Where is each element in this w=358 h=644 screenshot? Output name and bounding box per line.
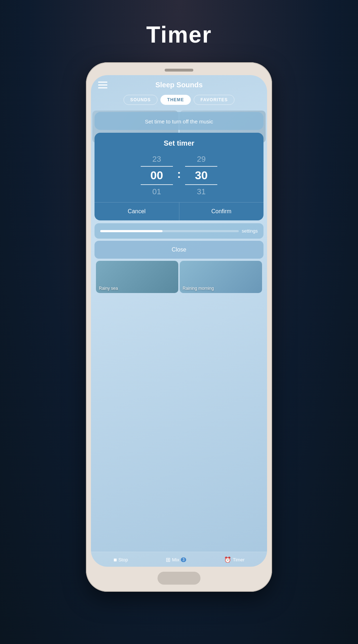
cancel-button[interactable]: Cancel — [95, 203, 179, 220]
nav-item-mix[interactable]: ⊞ Mix 3 — [166, 556, 186, 563]
progress-label: settings — [242, 228, 258, 234]
dialog-buttons: Cancel Confirm — [95, 202, 263, 220]
timer-prompt-text: Set time to turn off the music — [145, 118, 213, 125]
tab-sounds[interactable]: SOUNDS — [124, 95, 158, 105]
timer-icon: ⏰ — [224, 556, 231, 563]
nav-mix-label: Mix — [172, 557, 179, 562]
hours-below: 01 — [152, 187, 161, 196]
app-header-title: Sleep Sounds — [155, 81, 203, 89]
hamburger-menu-icon[interactable] — [98, 82, 107, 88]
stop-icon: ■ — [113, 557, 117, 563]
hours-above: 23 — [152, 155, 161, 164]
phone-home-button[interactable] — [158, 572, 200, 585]
tile-raining-morning[interactable]: Raining morning — [180, 261, 262, 293]
mix-badge: 3 — [181, 557, 187, 562]
minutes-column: 29 30 31 — [185, 155, 217, 196]
tab-theme[interactable]: THEME — [160, 95, 191, 105]
timer-dialog-title: Set timer — [95, 133, 263, 152]
close-button[interactable]: Close — [95, 241, 263, 259]
hours-current[interactable]: 00 — [141, 166, 173, 185]
bottom-tiles: Rainy sea Raining morning — [95, 259, 263, 294]
tile-rainy-sea[interactable]: Rainy sea — [96, 261, 178, 293]
minutes-above: 29 — [197, 155, 205, 164]
minutes-current[interactable]: 30 — [185, 166, 217, 185]
minutes-below: 31 — [197, 187, 205, 196]
hours-column: 23 00 01 — [141, 155, 173, 196]
main-content: Set time to turn off the music Set timer… — [91, 109, 267, 552]
phone-speaker — [165, 69, 193, 72]
nav-item-stop[interactable]: ■ Stop — [113, 557, 128, 563]
page-title: Timer — [146, 21, 212, 48]
tab-bar: SOUNDS THEME FAVORITES — [91, 95, 267, 109]
timer-dialog: Set timer 23 00 01 : 29 — [95, 133, 263, 220]
nav-timer-label: Timer — [233, 557, 245, 562]
tile-rainy-sea-label: Rainy sea — [99, 286, 175, 291]
timer-prompt-card: Set time to turn off the music — [95, 112, 263, 130]
time-picker: 23 00 01 : 29 30 31 — [95, 152, 263, 202]
tile-raining-morning-label: Raining morning — [183, 286, 259, 291]
confirm-button[interactable]: Confirm — [179, 203, 264, 220]
timer-overlay: Set time to turn off the music Set timer… — [91, 109, 267, 552]
progress-area: settings — [95, 223, 263, 239]
phone-frame: Sleep Sounds SOUNDS THEME FAVORITES Set … — [86, 62, 272, 592]
progress-bar-track — [100, 230, 239, 232]
progress-bar-fill — [100, 230, 163, 232]
nav-stop-label: Stop — [118, 557, 128, 562]
app-header: Sleep Sounds — [91, 75, 267, 95]
phone-screen: Sleep Sounds SOUNDS THEME FAVORITES Set … — [91, 75, 267, 567]
nav-item-timer[interactable]: ⏰ Timer — [224, 556, 245, 563]
tab-favorites[interactable]: FAVORITES — [194, 95, 234, 105]
mix-icon: ⊞ — [166, 556, 170, 563]
time-separator: : — [177, 167, 181, 181]
bottom-nav: ■ Stop ⊞ Mix 3 ⏰ Timer — [91, 552, 267, 567]
